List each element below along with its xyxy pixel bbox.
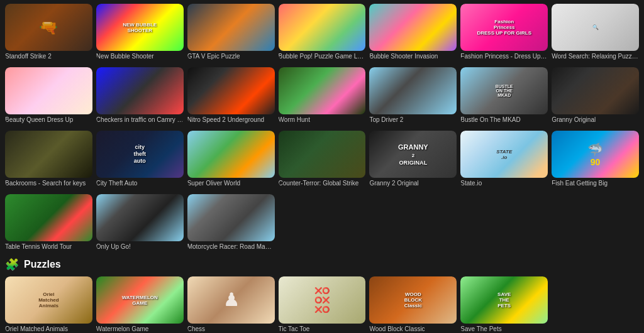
- games-row-2: 58Beauty Queen Dress Up71Checkers in tra…: [0, 63, 644, 127]
- games-row-3: 61Backrooms - Search for keys55citytheft…: [0, 127, 644, 190]
- game-title: Only Up Go!: [96, 243, 184, 250]
- game-card[interactable]: 60Nitro Speed 2 Underground: [187, 67, 275, 123]
- game-title: Nitro Speed 2 Underground: [187, 116, 275, 123]
- game-title: Bubble Shooter Invasion: [369, 53, 457, 60]
- game-card[interactable]: Super Oliver World: [187, 131, 275, 187]
- game-title: State.io: [460, 180, 548, 187]
- puzzle-title: Tic Tac Toe: [279, 325, 366, 332]
- games-row-4: 42Table Tennis World Tour65Only Up Go!78…: [0, 190, 644, 254]
- game-card[interactable]: 78Motorcycle Racer: Road Mayhem: [187, 194, 275, 250]
- game-title: Word Search: Relaxing Puzzles: [552, 53, 639, 60]
- game-card[interactable]: 10kGranny Original: [552, 67, 639, 123]
- game-title: Table Tennis World Tour: [5, 243, 92, 250]
- game-card[interactable]: 87NEW BUBBLE SHOOTERNew Bubble Shooter: [96, 4, 184, 60]
- game-card[interactable]: 73Standoff Strike 2: [5, 4, 92, 60]
- game-title: Bubble Pop! Puzzle Game Legend: [279, 53, 366, 60]
- puzzle-card[interactable]: ❌⭕⭕❌❌⭕Tic Tac Toe: [279, 276, 366, 332]
- puzzle-title: Oriel Matched Animals: [5, 325, 92, 332]
- puzzles-title: Puzzles: [24, 259, 61, 270]
- game-title: New Bubble Shooter: [96, 53, 184, 60]
- game-title: Fish Eat Getting Big: [552, 180, 639, 187]
- game-card[interactable]: 84FashionPrincessDRESS UP FOR GIRLSFashi…: [460, 4, 548, 60]
- game-card[interactable]: 50GTA V Epic Puzzle: [187, 4, 275, 60]
- game-card[interactable]: 71Checkers in traffic on Camry 3.5!: [96, 67, 184, 123]
- puzzle-card[interactable]: OrielMatchedAnimalsOriel Matched Animals: [5, 276, 92, 332]
- game-card[interactable]: 42Table Tennis World Tour: [5, 194, 92, 250]
- game-title: Counter-Terror: Global Strike: [279, 180, 366, 187]
- game-card[interactable]: 71Bubble Pop! Puzzle Game Legend: [279, 4, 366, 60]
- puzzle-card[interactable]: SAVETHEPETSSave The Pets: [460, 276, 548, 332]
- puzzle-card[interactable]: WOODBLOCKClassicWood Block Classic: [369, 276, 457, 332]
- game-title: Worm Hunt: [279, 116, 366, 123]
- game-title: Beauty Queen Dress Up: [5, 116, 92, 123]
- game-title: Bustle On The MKAD: [460, 116, 548, 123]
- game-card[interactable]: 76BUSTLEON THEMKADBustle On The MKAD: [460, 67, 548, 123]
- game-card[interactable]: Worm Hunt: [279, 67, 366, 123]
- game-card[interactable]: 47GRANNY2ORIGINALGranny 2 Original: [369, 131, 457, 187]
- puzzles-row: OrielMatchedAnimalsOriel Matched Animals…: [0, 274, 644, 333]
- game-card[interactable]: 82🦈90Fish Eat Getting Big: [552, 131, 639, 187]
- puzzles-icon: 🧩: [5, 258, 19, 271]
- game-title: GTA V Epic Puzzle: [187, 53, 275, 60]
- game-title: Top Driver 2: [369, 116, 457, 123]
- game-card[interactable]: 65Only Up Go!: [96, 194, 184, 250]
- game-card[interactable]: 58Beauty Queen Dress Up: [5, 67, 92, 123]
- games-row-1: 73Standoff Strike 287NEW BUBBLE SHOOTERN…: [0, 0, 644, 63]
- game-title: Standoff Strike 2: [5, 53, 92, 60]
- puzzle-title: Watermelon Game: [96, 325, 184, 332]
- game-title: Fashion Princess - Dress Up for Girls: [460, 53, 548, 60]
- game-title: Backrooms - Search for keys: [5, 180, 92, 187]
- game-title: Granny Original: [552, 116, 639, 123]
- game-card[interactable]: 77🔍Word Search: Relaxing Puzzles: [552, 4, 639, 60]
- main-container: 73Standoff Strike 287NEW BUBBLE SHOOTERN…: [0, 0, 644, 333]
- puzzle-card[interactable]: ♟Chess: [187, 276, 275, 332]
- game-card[interactable]: STATE.ioState.io: [460, 131, 548, 187]
- puzzle-title: Save The Pets: [460, 325, 548, 332]
- game-title: Checkers in traffic on Camry 3.5!: [96, 116, 184, 123]
- game-card[interactable]: 77DealCounter-Terror: Global Strike: [279, 131, 366, 187]
- game-title: Motorcycle Racer: Road Mayhem: [187, 243, 275, 250]
- game-card[interactable]: 55citytheftautoCity Theft Auto: [96, 131, 184, 187]
- game-title: Super Oliver World: [187, 180, 275, 187]
- game-title: City Theft Auto: [96, 180, 184, 187]
- puzzles-section-header: 🧩 Puzzles: [0, 254, 644, 274]
- game-card[interactable]: 61Backrooms - Search for keys: [5, 131, 92, 187]
- puzzle-card[interactable]: WATERMELONGAMEWatermelon Game: [96, 276, 184, 332]
- game-title: Granny 2 Original: [369, 180, 457, 187]
- puzzle-title: Chess: [187, 325, 275, 332]
- game-card[interactable]: Top Driver 2: [369, 67, 457, 123]
- game-card[interactable]: 72Bubble Shooter Invasion: [369, 4, 457, 60]
- puzzle-title: Wood Block Classic: [369, 325, 457, 332]
